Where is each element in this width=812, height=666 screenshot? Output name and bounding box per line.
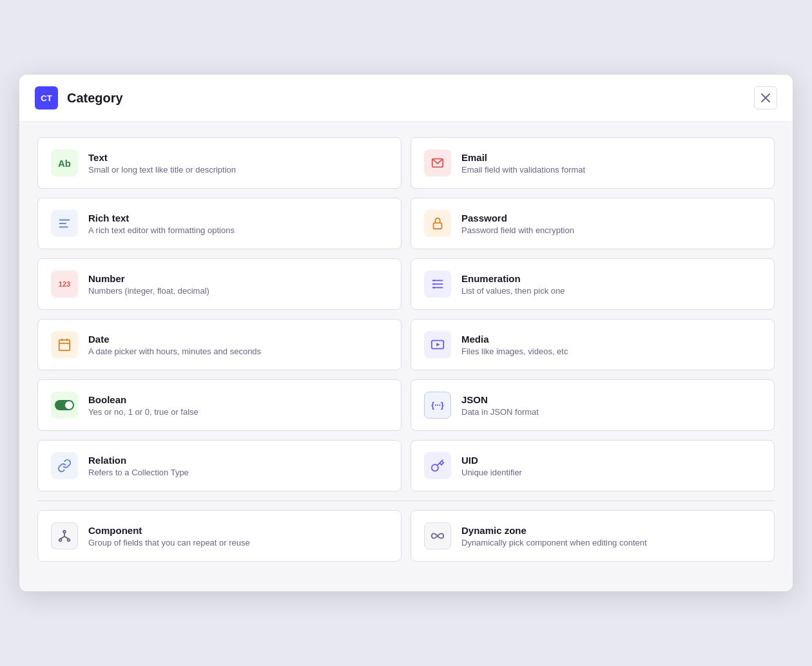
field-card-enumeration[interactable]: EnumerationList of values, then pick one [411, 258, 775, 310]
field-desc-boolean: Yes or no, 1 or 0, true or false [88, 407, 388, 417]
field-info-number: NumberNumbers (integer, float, decimal) [88, 273, 388, 296]
field-name-enumeration: Enumeration [461, 273, 761, 284]
fields-grid: AbTextSmall or long text like title or d… [37, 137, 775, 491]
field-name-richtext: Rich text [88, 213, 388, 224]
field-info-dynamiczone: Dynamic zoneDynamically pick component w… [461, 525, 761, 547]
special-fields-grid: ComponentGroup of fields that you can re… [37, 510, 775, 562]
field-card-dynamiczone[interactable]: Dynamic zoneDynamically pick component w… [411, 510, 775, 562]
email-icon [424, 149, 451, 176]
field-name-text: Text [88, 152, 388, 163]
field-info-date: DateA date picker with hours, minutes an… [88, 334, 388, 356]
svg-line-23 [61, 537, 64, 539]
field-card-component[interactable]: ComponentGroup of fields that you can re… [37, 510, 401, 562]
password-icon [424, 210, 451, 237]
field-desc-date: A date picker with hours, minutes and se… [88, 347, 388, 356]
svg-point-8 [433, 280, 435, 281]
number-icon: 123 [51, 271, 78, 298]
field-info-media: MediaFiles like images, videos, etc [461, 334, 761, 356]
field-name-password: Password [461, 213, 761, 224]
field-name-dynamiczone: Dynamic zone [461, 525, 761, 536]
section-divider [37, 500, 775, 501]
field-info-email: EmailEmail field with validations format [461, 152, 761, 175]
boolean-icon [51, 392, 78, 419]
field-desc-email: Email field with validations format [461, 165, 761, 175]
svg-point-9 [433, 283, 435, 285]
svg-point-20 [59, 539, 62, 542]
field-info-json: JSONData in JSON format [461, 394, 761, 417]
field-card-richtext[interactable]: Rich textA rich text editor with formatt… [37, 198, 401, 249]
field-desc-richtext: A rich text editor with formatting optio… [88, 225, 388, 235]
date-icon [51, 331, 78, 358]
field-name-number: Number [88, 273, 388, 284]
svg-rect-11 [59, 340, 70, 351]
field-name-uid: UID [461, 455, 761, 466]
field-card-boolean[interactable]: BooleanYes or no, 1 or 0, true or false [37, 379, 401, 431]
richtext-icon [51, 210, 78, 237]
enumeration-icon [424, 271, 451, 298]
field-card-password[interactable]: PasswordPassword field with encryption [411, 198, 775, 249]
modal-title: Category [67, 91, 754, 106]
field-info-component: ComponentGroup of fields that you can re… [88, 525, 388, 547]
field-card-media[interactable]: MediaFiles like images, videos, etc [411, 319, 775, 370]
field-name-relation: Relation [88, 455, 388, 466]
svg-line-24 [64, 537, 68, 539]
field-desc-text: Small or long text like title or descrip… [88, 165, 388, 175]
field-card-json[interactable]: {···}JSONData in JSON format [411, 379, 775, 431]
field-name-media: Media [461, 334, 761, 345]
modal-body: AbTextSmall or long text like title or d… [19, 122, 793, 591]
field-info-text: TextSmall or long text like title or des… [88, 152, 388, 175]
modal-container: CT Category AbTextSmall or long text lik… [19, 75, 793, 591]
field-name-component: Component [88, 525, 388, 536]
field-name-date: Date [88, 334, 388, 345]
field-card-email[interactable]: EmailEmail field with validations format [411, 137, 775, 189]
uid-icon [424, 452, 451, 479]
field-desc-password: Password field with encryption [461, 225, 761, 235]
field-desc-json: Data in JSON format [461, 407, 761, 417]
field-info-relation: RelationRefers to a Collection Type [88, 455, 388, 477]
field-desc-media: Files like images, videos, etc [461, 347, 761, 356]
field-card-text[interactable]: AbTextSmall or long text like title or d… [37, 137, 401, 189]
field-info-password: PasswordPassword field with encryption [461, 213, 761, 235]
field-info-enumeration: EnumerationList of values, then pick one [461, 273, 761, 296]
field-desc-number: Numbers (integer, float, decimal) [88, 286, 388, 296]
field-card-relation[interactable]: RelationRefers to a Collection Type [37, 440, 401, 491]
svg-point-18 [65, 401, 73, 409]
field-card-date[interactable]: DateA date picker with hours, minutes an… [37, 319, 401, 370]
media-icon [424, 331, 451, 358]
field-info-richtext: Rich textA rich text editor with formatt… [88, 213, 388, 235]
field-name-boolean: Boolean [88, 394, 388, 405]
field-desc-relation: Refers to a Collection Type [88, 468, 388, 477]
field-card-uid[interactable]: UIDUnique identifier [411, 440, 775, 491]
svg-point-10 [433, 287, 435, 289]
ct-badge: CT [35, 86, 58, 109]
field-desc-dynamiczone: Dynamically pick component when editing … [461, 538, 761, 547]
field-name-json: JSON [461, 394, 761, 405]
component-icon [51, 522, 78, 549]
field-info-uid: UIDUnique identifier [461, 455, 761, 477]
close-button[interactable] [754, 86, 777, 109]
svg-point-21 [68, 539, 70, 542]
field-card-number[interactable]: 123NumberNumbers (integer, float, decima… [37, 258, 401, 310]
svg-rect-4 [434, 223, 442, 229]
json-icon: {···} [424, 392, 451, 419]
field-desc-component: Group of fields that you can repeat or r… [88, 538, 388, 547]
field-info-boolean: BooleanYes or no, 1 or 0, true or false [88, 394, 388, 417]
dynamiczone-icon [424, 522, 451, 549]
relation-icon [51, 452, 78, 479]
field-name-email: Email [461, 152, 761, 163]
field-desc-uid: Unique identifier [461, 468, 761, 477]
close-icon [761, 93, 770, 102]
text-icon: Ab [51, 149, 78, 176]
field-desc-enumeration: List of values, then pick one [461, 286, 761, 296]
svg-marker-16 [436, 343, 440, 347]
modal-header: CT Category [19, 75, 793, 122]
svg-point-19 [63, 531, 66, 533]
